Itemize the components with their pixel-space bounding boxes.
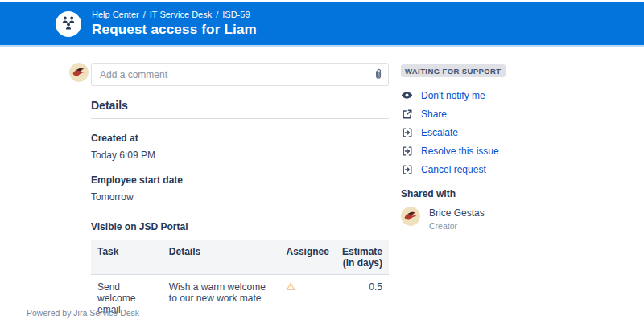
details-section: Details Created at Today 6:09 PM Employe… bbox=[91, 99, 389, 324]
attachment-paperclip-icon[interactable] bbox=[374, 68, 382, 84]
field-value-start-date: Tomorrow bbox=[91, 191, 389, 203]
action-resolve-issue[interactable]: Resolve this issue bbox=[401, 144, 539, 158]
eye-icon bbox=[401, 89, 413, 101]
breadcrumb: Help Center/IT Service Desk/ISD-59 bbox=[92, 10, 257, 19]
transition-icon bbox=[401, 146, 413, 157]
header-text-block: Help Center/IT Service Desk/ISD-59 Reque… bbox=[92, 10, 257, 38]
breadcrumb-separator: / bbox=[216, 10, 218, 19]
header-bar: Help Center/IT Service Desk/ISD-59 Reque… bbox=[0, 2, 644, 47]
issue-column: Details Created at Today 6:09 PM Employe… bbox=[69, 63, 389, 324]
page-title: Request access for Liam bbox=[92, 22, 257, 38]
action-label[interactable]: Don't notify me bbox=[421, 90, 485, 101]
shared-with-heading: Shared with bbox=[401, 188, 539, 199]
current-user-avatar bbox=[69, 63, 89, 82]
field-label-start-date: Employee start date bbox=[91, 174, 389, 186]
details-cell: Wish a warm welcome to our new work mate bbox=[163, 275, 280, 322]
sidebar: WAITING FOR SUPPORT Don't notify me bbox=[401, 63, 539, 324]
comment-input[interactable] bbox=[91, 63, 389, 86]
breadcrumb-help-center[interactable]: Help Center bbox=[92, 10, 139, 19]
details-heading: Details bbox=[91, 99, 389, 119]
person-avatar bbox=[401, 207, 420, 226]
warning-icon: ⚠ bbox=[287, 281, 296, 293]
person-name: Brice Gestas bbox=[429, 207, 485, 219]
comment-box bbox=[91, 63, 389, 86]
action-dont-notify-me[interactable]: Don't notify me bbox=[401, 88, 539, 102]
breadcrumb-separator: / bbox=[143, 10, 146, 19]
portal-table-label: Visible on JSD Portal bbox=[91, 221, 389, 232]
column-header-details: Details bbox=[163, 240, 280, 275]
share-icon bbox=[401, 109, 413, 120]
action-label[interactable]: Cancel request bbox=[421, 164, 486, 175]
action-escalate[interactable]: Escalate bbox=[401, 125, 539, 139]
status-badge: WAITING FOR SUPPORT bbox=[401, 64, 506, 77]
breadcrumb-issue-key[interactable]: ISD-59 bbox=[222, 10, 250, 19]
transition-icon bbox=[401, 127, 413, 138]
person-role: Creator bbox=[429, 221, 485, 231]
shared-person: Brice Gestas Creator bbox=[401, 207, 539, 231]
estimate-cell: 0.5 bbox=[336, 275, 389, 322]
comment-row bbox=[69, 63, 389, 86]
table-header-row: Task Details Assignee Estimate (in days) bbox=[91, 240, 389, 275]
people-org-icon bbox=[60, 14, 76, 34]
powered-by-footer: Powered by Jira Service Desk bbox=[27, 308, 139, 318]
action-cancel-request[interactable]: Cancel request bbox=[401, 162, 539, 176]
request-type-avatar bbox=[56, 11, 81, 37]
action-label[interactable]: Escalate bbox=[421, 127, 458, 138]
column-header-estimate: Estimate (in days) bbox=[336, 240, 389, 275]
column-header-task: Task bbox=[91, 240, 163, 275]
field-label-created-at: Created at bbox=[91, 133, 389, 144]
action-label[interactable]: Share bbox=[421, 109, 447, 120]
action-share[interactable]: Share bbox=[401, 107, 539, 121]
action-list: Don't notify me Share bbox=[401, 88, 539, 176]
person-meta: Brice Gestas Creator bbox=[429, 207, 485, 231]
column-header-assignee: Assignee bbox=[280, 240, 336, 275]
main-content: Details Created at Today 6:09 PM Employe… bbox=[0, 47, 644, 324]
field-value-created-at: Today 6:09 PM bbox=[91, 150, 389, 161]
assignee-cell: ⚠ bbox=[280, 275, 336, 322]
breadcrumb-service-desk[interactable]: IT Service Desk bbox=[150, 10, 212, 19]
action-label[interactable]: Resolve this issue bbox=[421, 146, 499, 157]
transition-icon bbox=[401, 164, 413, 175]
